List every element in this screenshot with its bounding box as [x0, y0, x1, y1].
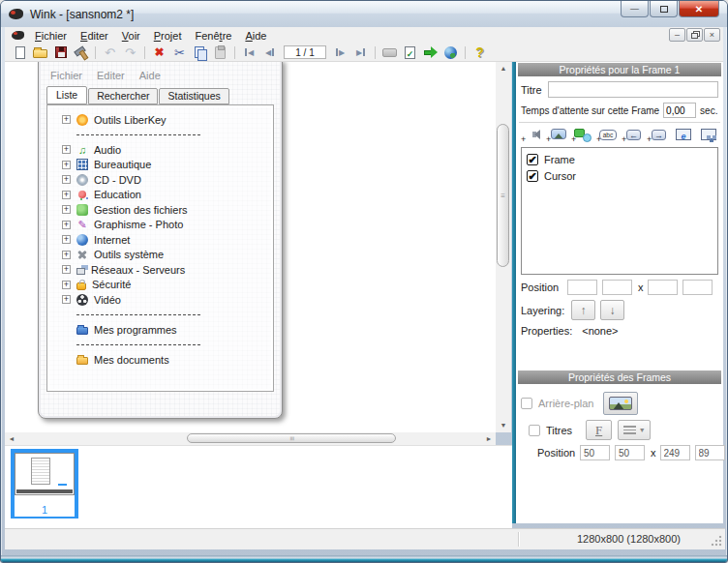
capture-button[interactable]	[379, 44, 400, 61]
scroll-up-icon[interactable]: ▲	[496, 62, 511, 75]
add-shape-button[interactable]: +	[571, 127, 592, 143]
education-icon	[78, 191, 86, 198]
add-image-button[interactable]: +	[546, 127, 567, 143]
menu-fichier[interactable]: Fichier	[28, 29, 74, 43]
menubar: Fichier Editer Voir Projet Fenêtre Aide …	[5, 27, 723, 44]
menu-voir[interactable]: Voir	[115, 29, 147, 43]
frame-selection-button[interactable]: ✓	[400, 44, 420, 61]
menu-aide[interactable]: Aide	[238, 29, 273, 43]
expand-plus-icon: +	[62, 191, 71, 199]
element-row-cursor[interactable]: ✔ Cursor	[527, 167, 713, 184]
video-reel-icon	[76, 294, 88, 306]
open-project-button[interactable]	[30, 44, 50, 61]
first-frame-icon: ◀	[245, 48, 254, 57]
mdi-minimize-button[interactable]: –	[669, 28, 685, 42]
wait-time-input[interactable]	[663, 103, 696, 118]
render-button[interactable]	[71, 44, 91, 61]
frame-canvas[interactable]: Fichier Editer Aide Liste Rechercher Sta…	[5, 62, 496, 432]
next-frame-icon: ▶	[336, 48, 345, 57]
element-row-frame[interactable]: ✔ Frame	[527, 151, 713, 167]
redo-button[interactable]: ↷	[120, 44, 140, 61]
canvas-horizontal-scrollbar[interactable]: ◄ ≡ ►	[5, 432, 496, 445]
paste-button[interactable]	[210, 44, 230, 61]
add-textbox-button[interactable]: +abc	[596, 127, 618, 143]
thumbnail-frame-1-selected[interactable]: 1	[11, 449, 78, 519]
layer-down-button[interactable]: ↓	[600, 300, 624, 320]
cursor-checkbox[interactable]: ✔	[527, 170, 538, 182]
mdi-restore-button[interactable]	[686, 28, 703, 42]
window-bottom-edge	[1, 555, 727, 562]
goto-url-button[interactable]: e	[672, 127, 693, 143]
copy-button[interactable]	[190, 44, 210, 61]
background-checkbox[interactable]	[521, 398, 532, 409]
frame-element-label: Frame	[544, 154, 575, 165]
properties-row: Properties: <none>	[521, 325, 718, 337]
titre-input[interactable]	[548, 81, 718, 98]
mdi-close-button[interactable]: ×	[704, 28, 720, 42]
last-frame-button[interactable]: ▶	[350, 44, 371, 61]
preview-button[interactable]	[440, 44, 461, 61]
undo-button[interactable]: ↶	[100, 44, 120, 61]
add-previous-button-button[interactable]: +←	[622, 127, 643, 143]
hammer-icon	[74, 45, 88, 60]
background-image-button[interactable]	[603, 392, 638, 415]
help-button[interactable]: ?	[470, 44, 490, 61]
position-x-input[interactable]	[567, 280, 597, 295]
frames-position-width-input	[660, 445, 690, 460]
next-frame-button[interactable]: ▶	[330, 44, 350, 61]
add-next-button-button[interactable]: +→	[647, 127, 668, 143]
frame-elements-list[interactable]: ✔ Frame ✔ Cursor	[521, 147, 718, 275]
save-project-button[interactable]	[50, 44, 71, 61]
new-project-button[interactable]	[10, 44, 30, 61]
add-audio-button[interactable]: +	[521, 127, 542, 143]
graphics-photo-icon: ✎	[76, 219, 88, 230]
document-logo-icon	[12, 31, 24, 40]
position-height-input[interactable]	[682, 280, 713, 295]
mdi-close-icon: ×	[710, 30, 714, 40]
minimize-button[interactable]: —	[621, 1, 649, 17]
menu-projet[interactable]: Projet	[147, 29, 189, 43]
tree-separator	[47, 128, 273, 143]
scroll-down-icon[interactable]: ▼	[496, 419, 511, 432]
tab-liste: Liste	[46, 86, 87, 104]
position-width-input[interactable]	[648, 280, 678, 295]
layer-up-button[interactable]: ↑	[571, 300, 595, 320]
delete-frame-button[interactable]: ✖	[149, 44, 169, 61]
scroll-left-icon[interactable]: ◄	[5, 432, 18, 445]
thumb-grip-icon: ≡	[287, 436, 295, 441]
tree-item-label: Sécurité	[92, 279, 131, 290]
menu-editer[interactable]: Editer	[74, 29, 115, 43]
tree-item-label: Mes documents	[94, 354, 169, 366]
close-button[interactable]: ✕	[679, 1, 719, 17]
tree-item: +♫Audio	[47, 142, 273, 158]
window-controls: — ✕	[620, 1, 719, 17]
previous-frame-button[interactable]: ◀	[259, 44, 280, 61]
horizontal-scroll-thumb[interactable]: ≡	[187, 433, 396, 443]
menu-fenetre[interactable]: Fenêtre	[189, 29, 239, 43]
frame-checkbox[interactable]: ✔	[527, 154, 538, 165]
resize-grip[interactable]	[711, 535, 722, 547]
vertical-scroll-thumb[interactable]: ≡	[497, 124, 509, 267]
font-button[interactable]: F	[586, 420, 612, 440]
title-style-button[interactable]: ▼	[618, 420, 651, 440]
tree-separator	[47, 308, 273, 323]
dropdown-icon: ▼	[639, 427, 646, 433]
copy-icon	[195, 46, 206, 59]
maximize-button[interactable]	[650, 1, 678, 17]
mdi-minimize-icon: –	[675, 30, 680, 40]
tree-item-label: Audio	[94, 144, 121, 156]
add-element-toolbar: + + + +abc +← +→ e	[521, 127, 718, 143]
first-frame-button[interactable]: ◀	[239, 44, 259, 61]
expand-plus-icon: +	[62, 205, 71, 214]
tree-item-label: Mes programmes	[94, 324, 177, 336]
captured-tabs: Liste Rechercher Statistiques	[39, 84, 282, 104]
scroll-right-icon[interactable]: ►	[482, 432, 496, 445]
cut-button[interactable]: ✂	[169, 44, 190, 61]
captured-category-tree: +Outils LiberKey +♫Audio +Bureautique +C…	[46, 104, 274, 392]
export-button[interactable]	[420, 44, 440, 61]
position-y-input[interactable]	[602, 280, 632, 295]
canvas-vertical-scrollbar[interactable]: ▲ ≡ ▼	[496, 62, 511, 432]
goto-frame-button[interactable]	[697, 127, 718, 143]
titles-checkbox[interactable]	[529, 425, 540, 436]
wait-time-row: Temps d'attente sur cette Frame sec.	[521, 103, 718, 118]
